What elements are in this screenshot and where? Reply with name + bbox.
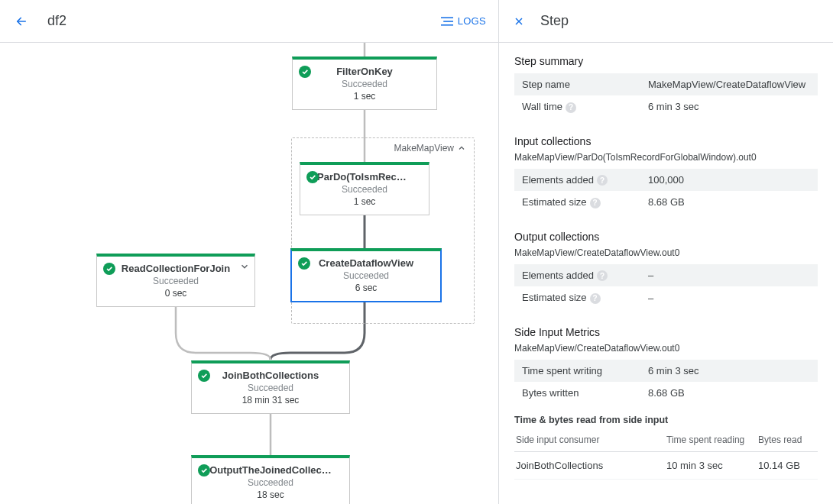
graph-canvas[interactable]: MakeMapView FilterOnKey Succeeded 1 sec … [0,43,498,504]
row-estimated-size: Estimated size? 8.68 GB [514,191,818,214]
section-step-summary: Step summary Step name MakeMapView/Creat… [514,55,818,118]
node-title: JoinBothCollections [198,370,343,381]
col-consumer: Side input consumer [514,430,665,452]
kv-value: 100,000 [648,174,684,186]
node-title: OutputTheJoinedCollec… [198,464,343,476]
row-elements-added: Elements added? – [514,264,818,287]
details-panel: Step Step summary Step name MakeMapView/… [499,0,833,504]
node-time: 1 sec [306,196,423,207]
help-icon[interactable]: ? [590,293,601,304]
panel-title: Step [540,13,569,29]
close-panel-button[interactable] [511,14,527,29]
kv-label: Step name [522,79,570,90]
arrow-left-icon [15,15,28,28]
node-time: 18 sec [198,489,343,500]
input-table: Elements added? 100,000 Estimated size? … [514,169,818,214]
left-pane: df2 LOGS MakeMapView [0,0,499,504]
svg-rect-2 [441,24,453,26]
node-title: ParDo(ToIsmRecordFor… [306,171,423,183]
side-read-table: Side input consumer Time spent reading B… [514,430,818,480]
success-icon [103,263,115,275]
node-filteronkey[interactable]: FilterOnKey Succeeded 1 sec [292,57,437,110]
node-status: Succeeded [198,383,343,393]
success-icon [198,464,210,477]
logs-icon [441,16,453,27]
logs-label: LOGS [458,15,486,27]
node-time: 1 sec [299,91,430,102]
cell-time: 10 min 3 sec [665,451,757,479]
node-joinbothcollections[interactable]: JoinBothCollections Succeeded 18 min 31 … [191,360,350,414]
close-icon [513,15,525,27]
section-heading: Step summary [514,55,818,67]
node-title: CreateDataflowView [298,257,434,269]
node-time: 6 sec [298,283,434,293]
side-read-row: JoinBothCollections 10 min 3 sec 10.14 G… [514,451,818,479]
logs-button[interactable]: LOGS [441,15,486,27]
chevron-up-icon [457,144,466,153]
kv-label: Elements added [522,174,594,186]
row-bytes-written: Bytes written 8.68 GB [514,382,818,404]
row-wall-time: Wall time? 6 min 3 sec [514,95,818,118]
row-elements-added: Elements added? 100,000 [514,169,818,192]
cell-consumer: JoinBothCollections [514,451,665,479]
kv-value: – [648,270,653,281]
kv-label: Time spent writing [522,365,602,376]
output-table: Elements added? – Estimated size? – [514,264,818,309]
kv-label: Bytes written [522,387,579,399]
expand-node-button[interactable] [239,261,250,274]
kv-label: Estimated size [522,196,587,208]
node-title: ReadCollectionForJoin [103,263,248,274]
row-time-writing: Time spent writing 6 min 3 sec [514,360,818,382]
summary-table: Step name MakeMapView/CreateDataflowView… [514,73,818,118]
help-icon[interactable]: ? [597,175,608,186]
node-createdataflowview[interactable]: CreateDataflowView Succeeded 6 sec [290,248,442,302]
success-icon [298,257,310,270]
back-button[interactable] [12,12,31,31]
kv-value: – [648,292,653,304]
section-subheading: MakeMapView/CreateDataflowView.out0 [514,343,818,354]
job-title: df2 [47,13,66,29]
section-heading: Side Input Metrics [514,326,818,338]
details-body: Step summary Step name MakeMapView/Creat… [499,43,833,504]
node-status: Succeeded [103,276,248,286]
section-output-collections: Output collections MakeMapView/CreateDat… [514,231,818,309]
section-heading: Output collections [514,231,818,243]
left-header: df2 LOGS [0,0,498,43]
section-heading: Input collections [514,135,818,147]
svg-rect-0 [441,17,453,18]
section-input-collections: Input collections MakeMapView/ParDo(ToIs… [514,135,818,214]
kv-value: 6 min 3 sec [648,101,698,112]
kv-value: 8.68 GB [648,196,685,208]
node-status: Succeeded [298,270,434,281]
row-step-name: Step name MakeMapView/CreateDataflowView [514,73,818,95]
kv-label: Estimated size [522,292,587,303]
node-readcollectionforjoin[interactable]: ReadCollectionForJoin Succeeded 0 sec [96,254,255,307]
chevron-down-icon [239,261,250,272]
section-subheading: MakeMapView/ParDo(ToIsmRecordForGlobalWi… [514,152,818,163]
group-label-text: MakeMapView [394,143,454,153]
row-estimated-size: Estimated size? – [514,286,818,309]
group-collapse-toggle[interactable]: MakeMapView [394,143,466,153]
node-pardo-toismrecord[interactable]: ParDo(ToIsmRecordFor… Succeeded 1 sec [300,162,429,215]
svg-rect-1 [443,21,453,22]
side-metrics-table: Time spent writing 6 min 3 sec Bytes wri… [514,360,818,404]
details-header: Step [499,0,833,43]
success-icon [306,171,319,183]
success-icon [198,370,210,382]
help-icon[interactable]: ? [590,198,601,208]
side-read-heading: Time & bytes read from side input [514,415,818,425]
help-icon[interactable]: ? [597,270,608,281]
col-time: Time spent reading [665,430,757,452]
kv-label: Wall time [522,101,562,112]
node-outputjoined[interactable]: OutputTheJoinedCollec… Succeeded 18 sec [191,455,350,504]
success-icon [299,66,311,78]
node-status: Succeeded [306,184,423,195]
kv-value: 6 min 3 sec [648,365,698,376]
kv-label: Elements added [522,270,594,281]
cell-bytes: 10.14 GB [757,451,818,479]
node-time: 18 min 31 sec [198,395,343,405]
node-title: FilterOnKey [299,66,430,77]
help-icon[interactable]: ? [566,102,576,113]
kv-value: 8.68 GB [648,387,685,399]
node-status: Succeeded [299,79,430,89]
